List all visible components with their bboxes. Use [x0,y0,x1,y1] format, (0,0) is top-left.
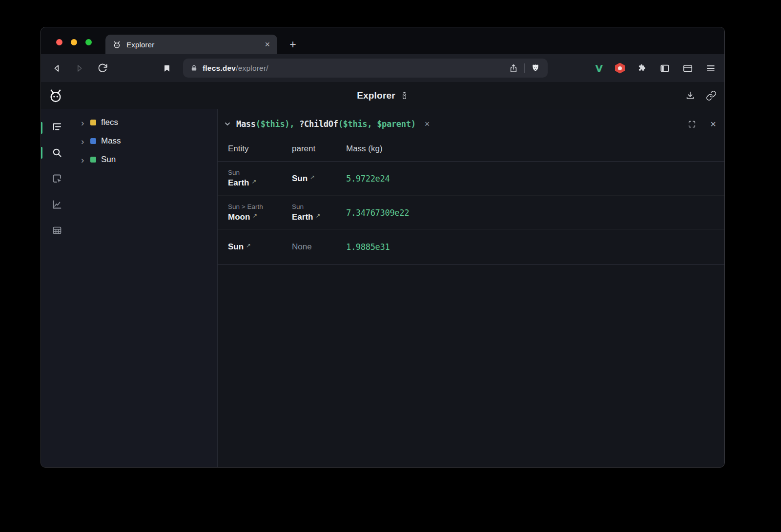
parent-link[interactable]: Sun [292,174,308,184]
tab-title: Explorer [126,41,154,49]
vue-devtools-icon[interactable]: V [596,63,603,73]
entity-cell: Sun ↗ [228,242,292,252]
tree-item-sun[interactable]: › Sun [73,150,217,169]
active-panel-indicator [41,122,42,134]
query-variable: ($this, $parent) [338,119,416,129]
tree-item-flecs[interactable]: › flecs [73,113,217,132]
query-expression[interactable]: Mass($this), ?ChildOf($this, $parent) [236,119,416,129]
entity-path: Sun [228,169,292,176]
app-header: Explorer [41,82,724,109]
chevron-right-icon[interactable]: › [81,137,88,146]
remote-icon[interactable] [400,91,409,101]
flecs-logo-icon [48,88,63,103]
url-domain: flecs.dev [203,64,236,72]
brave-shields-icon[interactable] [531,63,540,73]
entity-link[interactable]: Earth [228,178,249,188]
address-bar[interactable]: flecs.dev/explorer/ [183,59,548,78]
active-panel-indicator [41,147,42,159]
chevron-down-icon[interactable] [224,120,231,128]
tree-item-label: Sun [101,155,116,164]
new-tab-button[interactable]: + [286,38,300,51]
lock-icon[interactable] [190,64,198,72]
entity-color-swatch [90,157,96,163]
browser-tab[interactable]: Explorer × [105,35,277,54]
clear-query-icon[interactable]: × [425,120,430,128]
entity-cell: Sun Earth ↗ [228,169,292,188]
query-term: Mass [236,119,256,129]
activity-bar [41,109,73,468]
column-header-mass: Mass (kg) [346,144,724,154]
url-path: /explorer/ [236,64,268,72]
entity-color-swatch [90,120,96,125]
menu-icon[interactable] [705,63,716,74]
entity-link[interactable]: Moon [228,212,250,222]
extensions-puzzle-icon[interactable] [637,63,647,73]
open-link-icon[interactable]: ↗ [246,242,251,249]
reload-button[interactable] [97,62,108,74]
tree-item-label: flecs [101,118,118,127]
parent-link[interactable]: Earth [292,212,313,222]
entity-tree-panel: › flecs › Mass › Sun [73,109,218,468]
share-icon[interactable] [509,63,518,73]
table-row: Sun ↗ None 1.9885e31 [218,230,724,265]
chevron-right-icon[interactable]: › [81,118,88,127]
forward-button[interactable] [74,62,85,74]
open-link-icon[interactable]: ↗ [251,178,256,185]
close-tab-icon[interactable]: × [265,40,270,49]
table-row: Sun > Earth Moon ↗ Sun Earth ↗ 7.3476 [218,196,724,230]
toolbar-separator [524,63,525,73]
browser-window: Explorer × + [41,27,725,468]
flecs-favicon-icon [113,41,121,49]
tree-item-label: Mass [101,136,121,146]
search-icon[interactable] [51,147,63,159]
minimize-window-button[interactable] [71,39,77,45]
column-header-parent: parent [292,144,346,154]
wallet-icon[interactable] [682,63,693,74]
column-header-entity: Entity [228,144,292,154]
back-button[interactable] [51,62,62,74]
entity-cell: Sun > Earth Moon ↗ [228,203,292,222]
table-icon[interactable] [51,225,63,236]
parent-cell: None [292,242,346,252]
inspect-icon[interactable] [51,173,63,184]
close-panel-icon[interactable]: × [710,119,716,129]
extensions-area: V [596,63,716,74]
open-link-icon[interactable]: ↗ [315,212,320,219]
desktop-background: Explorer × + [0,0,781,532]
fullscreen-icon[interactable] [687,120,697,129]
entity-link[interactable]: Sun [228,242,244,252]
parent-cell: Sun ↗ [292,174,346,184]
tree-view-icon[interactable] [51,121,63,133]
chart-icon[interactable] [51,199,63,210]
close-window-button[interactable] [56,39,62,45]
query-panel: Mass($this), ?ChildOf($this, $parent) × … [218,109,724,468]
app-title-text: Explorer [357,90,395,101]
link-icon[interactable] [706,90,717,101]
zoom-window-button[interactable] [85,39,92,45]
mass-value: 7.34767309e22 [346,208,724,218]
open-link-icon[interactable]: ↗ [310,174,315,181]
mass-value: 1.9885e31 [346,242,724,252]
query-bar: Mass($this), ?ChildOf($this, $parent) × … [218,112,724,136]
app-header-actions [685,90,717,101]
app-body: › flecs › Mass › Sun [41,109,724,468]
table-row: Sun Earth ↗ Sun ↗ 5.9722e24 [218,162,724,196]
entity-path: Sun > Earth [228,203,292,210]
table-header: Entity parent Mass (kg) [218,136,724,162]
hexagon-extension-icon[interactable] [615,63,625,74]
parent-path: Sun [292,203,346,210]
mass-value: 5.9722e24 [346,174,724,184]
query-term: ?ChildOf [299,119,338,129]
chevron-right-icon[interactable]: › [81,155,88,164]
query-variable: ($this), [256,119,299,129]
browser-toolbar: flecs.dev/explorer/ V [41,54,724,82]
page-title: Explorer [357,90,409,101]
open-link-icon[interactable]: ↗ [252,212,257,219]
url-text: flecs.dev/explorer/ [203,64,268,73]
entity-color-swatch [90,138,96,144]
bookmark-icon[interactable] [161,62,173,74]
sidebar-toggle-icon[interactable] [659,63,670,74]
tab-strip: Explorer × + [41,27,724,54]
tree-item-mass[interactable]: › Mass [73,132,217,150]
download-icon[interactable] [685,90,696,101]
